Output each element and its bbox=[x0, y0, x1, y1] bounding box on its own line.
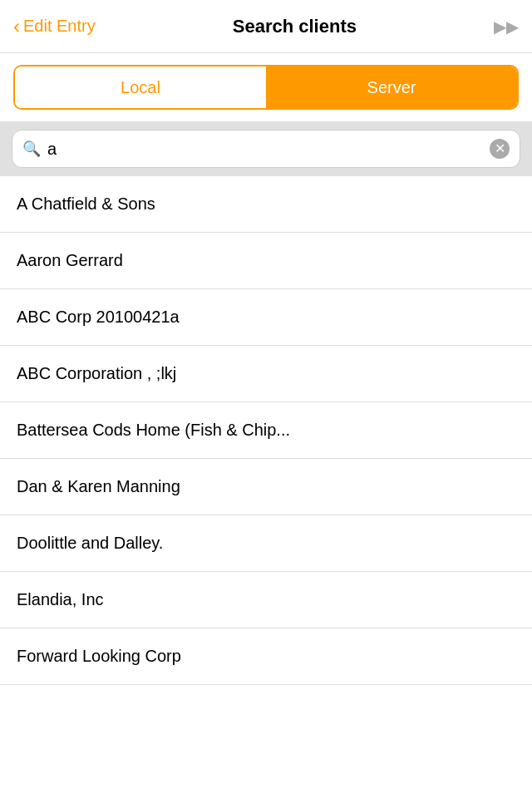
list-item[interactable]: Battersea Cods Home (Fish & Chip... bbox=[0, 402, 532, 459]
list-item[interactable]: Elandia, Inc bbox=[0, 572, 532, 628]
search-input[interactable] bbox=[47, 140, 490, 159]
list-item[interactable]: ABC Corp 20100421a bbox=[0, 289, 532, 346]
page-title: Search clients bbox=[96, 16, 494, 37]
back-button[interactable]: ‹ Edit Entry bbox=[13, 15, 96, 38]
client-list: A Chatfield & SonsAaron GerrardABC Corp … bbox=[0, 176, 532, 685]
list-item[interactable]: Aaron Gerrard bbox=[0, 233, 532, 289]
clear-button[interactable]: ✕ bbox=[490, 139, 510, 159]
list-item[interactable]: A Chatfield & Sons bbox=[0, 176, 532, 233]
search-wrapper: 🔍 ✕ bbox=[0, 121, 532, 176]
header: ‹ Edit Entry Search clients ▶▶ bbox=[0, 0, 532, 53]
chevron-left-icon: ‹ bbox=[13, 15, 20, 38]
search-bar: 🔍 ✕ bbox=[12, 130, 520, 168]
list-item[interactable]: Doolittle and Dalley. bbox=[0, 515, 532, 572]
local-tab[interactable]: Local bbox=[15, 66, 266, 108]
list-item[interactable]: Dan & Karen Manning bbox=[0, 459, 532, 515]
back-label: Edit Entry bbox=[23, 17, 96, 36]
search-icon: 🔍 bbox=[22, 140, 41, 158]
list-item[interactable]: Forward Looking Corp bbox=[0, 628, 532, 685]
clear-icon: ✕ bbox=[495, 142, 505, 155]
server-tab[interactable]: Server bbox=[266, 66, 517, 108]
forward-button[interactable]: ▶▶ bbox=[494, 17, 519, 37]
toggle-bar: Local Server bbox=[13, 65, 519, 110]
forward-icon: ▶▶ bbox=[494, 17, 519, 37]
list-item[interactable]: ABC Corporation , ;lkj bbox=[0, 346, 532, 402]
